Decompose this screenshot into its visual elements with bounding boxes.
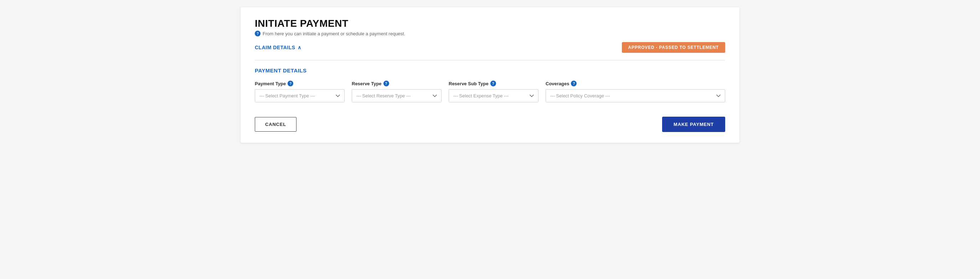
make-payment-button[interactable]: MAKE PAYMENT (662, 117, 725, 132)
reserve-sub-type-help-icon[interactable]: ? (490, 81, 496, 86)
coverages-help-icon[interactable]: ? (571, 81, 577, 86)
subtitle-help-icon: ? (255, 31, 261, 37)
coverages-group: Coverages ? --- Select Policy Coverage -… (546, 81, 725, 102)
payment-type-group: Payment Type ? --- Select Payment Type -… (255, 81, 345, 102)
reserve-type-select[interactable]: --- Select Reserve Type --- (352, 89, 442, 102)
section-divider (255, 60, 725, 60)
reserve-type-label: Reserve Type ? (352, 81, 442, 86)
reserve-sub-type-select[interactable]: --- Select Expense Type --- (449, 89, 538, 102)
page-subtitle: ? From here you can initiate a payment o… (255, 31, 725, 37)
coverages-label: Coverages ? (546, 81, 725, 86)
payment-type-select[interactable]: --- Select Payment Type --- (255, 89, 345, 102)
status-badge: APPROVED - PASSED TO SETTLEMENT (622, 42, 725, 53)
payment-type-help-icon[interactable]: ? (288, 81, 293, 86)
header-row: CLAIM DETAILS ∧ APPROVED - PASSED TO SET… (255, 42, 725, 53)
fields-row: Payment Type ? --- Select Payment Type -… (255, 81, 725, 102)
reserve-type-help-icon[interactable]: ? (383, 81, 389, 86)
chevron-up-icon: ∧ (298, 45, 301, 50)
reserve-sub-type-label: Reserve Sub Type ? (449, 81, 538, 86)
claim-details-label: CLAIM DETAILS (255, 45, 296, 50)
payment-type-label: Payment Type ? (255, 81, 345, 86)
page-title: INITIATE PAYMENT (255, 18, 725, 29)
reserve-sub-type-group: Reserve Sub Type ? --- Select Expense Ty… (449, 81, 538, 102)
coverages-select[interactable]: --- Select Policy Coverage --- (546, 89, 725, 102)
claim-details-toggle[interactable]: CLAIM DETAILS ∧ (255, 45, 301, 50)
reserve-type-group: Reserve Type ? --- Select Reserve Type -… (352, 81, 442, 102)
subtitle-text: From here you can initiate a payment or … (262, 31, 405, 37)
payment-details-title: PAYMENT DETAILS (255, 67, 725, 73)
cancel-button[interactable]: CANCEL (255, 117, 296, 132)
payment-details-section: PAYMENT DETAILS Payment Type ? --- Selec… (255, 67, 725, 102)
page-container: INITIATE PAYMENT ? From here you can ini… (240, 7, 740, 143)
actions-row: CANCEL MAKE PAYMENT (255, 117, 725, 132)
